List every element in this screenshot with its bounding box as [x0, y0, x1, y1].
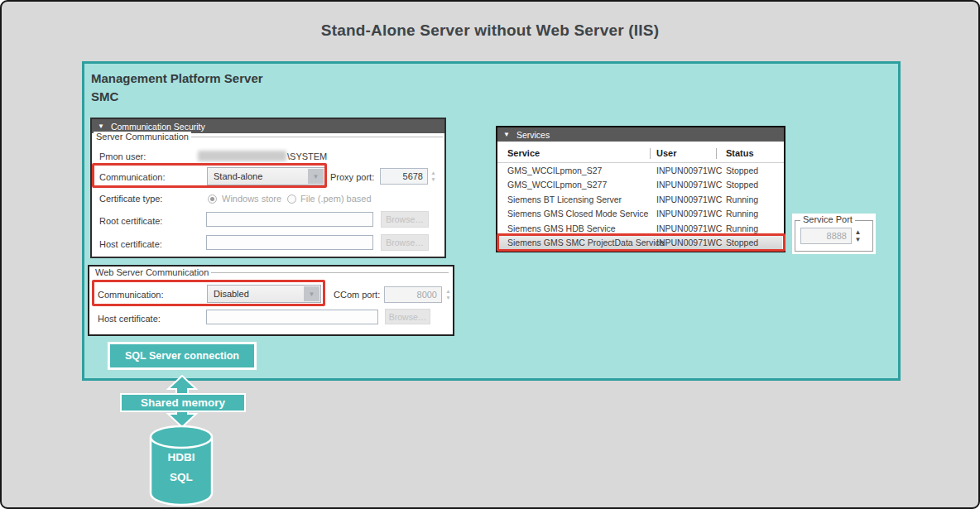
database-label-line2: SQL — [149, 471, 214, 483]
spinner-up-icon[interactable]: ▲ — [445, 289, 450, 295]
service-cell-service: Siemens GMS HDB Service — [507, 223, 616, 233]
service-cell-status: Stopped — [726, 238, 758, 247]
service-port-label: Service Port — [800, 214, 855, 224]
ws-host-certificate-browse-button[interactable]: Browse… — [385, 309, 430, 324]
service-cell-user: INPUN00971WC — [656, 180, 722, 190]
service-row[interactable]: Siemens BT Licensing ServerINPUN00971WCR… — [499, 193, 782, 207]
web-server-groupline — [209, 272, 449, 273]
services-header[interactable]: ▼ Services — [497, 127, 784, 142]
sql-server-connection-button[interactable]: SQL Server connection — [108, 342, 257, 370]
collapse-triangle-icon: ▼ — [503, 132, 510, 138]
file-pem-radio-label: File (.pem) based — [300, 194, 372, 204]
service-cell-user: INPUN00971WC — [656, 209, 722, 218]
service-cell-status: Running — [726, 194, 758, 204]
dropdown-arrow-icon[interactable]: ▼ — [308, 169, 324, 184]
column-header-service[interactable]: Service — [507, 148, 540, 158]
communication-dropdown[interactable]: Stand-alone ▼ — [207, 167, 325, 185]
spinner-up-icon[interactable]: ▲ — [855, 229, 862, 236]
header-underline — [497, 162, 784, 163]
communication-label: Communication: — [99, 172, 165, 182]
communication-dropdown-value: Stand-alone — [214, 171, 262, 181]
spinner-down-icon[interactable]: ▼ — [430, 177, 435, 183]
database-label-line1: HDBI — [149, 451, 214, 463]
proxy-port-spinner[interactable]: ▲ ▼ — [429, 168, 438, 185]
column-header-user[interactable]: User — [656, 148, 676, 158]
host-certificate-input[interactable] — [206, 235, 373, 250]
server-communication-groupline — [182, 137, 443, 137]
ws-host-certificate-label: Host certificate: — [98, 314, 161, 324]
column-divider — [650, 148, 651, 159]
service-cell-service: Siemens BT Licensing Server — [507, 194, 622, 204]
service-cell-status: Stopped — [726, 180, 758, 190]
service-cell-service: Siemens GMS SMC ProjectData Service — [507, 238, 665, 247]
pmon-user-label: Pmon user: — [99, 151, 146, 161]
pmon-user-redacted-value — [198, 151, 286, 161]
host-certificate-label: Host certificate: — [99, 239, 162, 249]
service-cell-status: Stopped — [726, 166, 758, 175]
proxy-port-label: Proxy port: — [330, 172, 374, 182]
file-pem-radio[interactable] — [287, 194, 296, 204]
service-row[interactable]: Siemens GMS HDB ServiceINPUN00971WCRunni… — [499, 222, 782, 236]
spinner-up-icon[interactable]: ▲ — [430, 170, 435, 176]
service-cell-service: Siemens GMS Closed Mode Service — [507, 209, 648, 218]
pmon-user-value: \SYSTEM — [287, 151, 327, 161]
services-panel: ▼ Services Service User Status GMS_WCCIL… — [496, 126, 785, 252]
spinner-down-icon[interactable]: ▼ — [855, 237, 862, 243]
service-cell-user: INPUN00971WC — [656, 194, 722, 204]
collapse-triangle-icon: ▼ — [98, 123, 104, 130]
ws-communication-dropdown[interactable]: Disabled ▼ — [207, 285, 321, 303]
certificate-type-label: Certificate type: — [99, 194, 162, 204]
root-certificate-browse-button[interactable]: Browse… — [381, 211, 429, 228]
root-certificate-input[interactable] — [206, 212, 373, 227]
service-port-spinner[interactable]: ▲ ▼ — [853, 228, 862, 244]
ccom-port-spinner[interactable]: ▲ ▼ — [444, 286, 453, 303]
dropdown-arrow-icon[interactable]: ▼ — [304, 286, 319, 301]
service-cell-user: INPUN00971WC — [656, 223, 722, 233]
diagram-title: Stand-Alone Server without Web Server (I… — [2, 22, 978, 40]
communication-security-title: Communication Security — [111, 122, 205, 132]
root-certificate-label: Root certificate: — [99, 216, 162, 226]
service-port-input[interactable]: 8888 — [800, 228, 852, 244]
database-cylinder-icon — [149, 425, 214, 507]
service-cell-user: INPUN00971WC — [656, 238, 722, 247]
service-row[interactable]: GMS_WCCILpmon_S277INPUN00971WCStopped — [499, 178, 782, 192]
diagram-frame: Stand-Alone Server without Web Server (I… — [0, 0, 980, 509]
windows-store-radio-label: Windows store — [222, 194, 281, 204]
server-communication-group-label: Server Communication — [94, 132, 191, 142]
service-cell-service: GMS_WCCILpmon_S27 — [507, 166, 602, 175]
ccom-port-input[interactable]: 8000 — [384, 286, 442, 303]
service-cell-service: GMS_WCCILpmon_S277 — [507, 180, 607, 190]
service-cell-user: INPUN00971WC — [656, 166, 722, 175]
service-cell-status: Running — [726, 223, 758, 233]
service-row[interactable]: Siemens GMS Closed Mode ServiceINPUN0097… — [499, 207, 782, 221]
web-server-group-label: Web Server Communication — [93, 267, 211, 277]
services-title: Services — [516, 130, 550, 140]
host-certificate-browse-button[interactable]: Browse… — [381, 234, 429, 251]
platform-subtitle: SMC — [91, 89, 118, 103]
service-cell-status: Running — [726, 209, 758, 218]
windows-store-radio[interactable] — [208, 194, 217, 204]
ws-communication-label: Communication: — [98, 290, 163, 300]
ws-communication-dropdown-value: Disabled — [214, 289, 249, 299]
column-header-status[interactable]: Status — [726, 148, 754, 158]
ws-host-certificate-input[interactable] — [206, 310, 378, 324]
proxy-port-input[interactable]: 5678 — [380, 168, 428, 185]
column-divider — [716, 148, 717, 159]
service-port-box: Service Port 8888 ▲ ▼ — [792, 214, 876, 254]
ccom-port-label: CCom port: — [334, 290, 380, 300]
spinner-down-icon[interactable]: ▼ — [445, 295, 450, 301]
service-row[interactable]: GMS_WCCILpmon_S27INPUN00971WCStopped — [499, 164, 782, 178]
service-row[interactable]: Siemens GMS SMC ProjectData ServiceINPUN… — [499, 236, 782, 250]
platform-title: Management Platform Server — [91, 71, 263, 85]
shared-memory-label: Shared memory — [120, 393, 246, 412]
